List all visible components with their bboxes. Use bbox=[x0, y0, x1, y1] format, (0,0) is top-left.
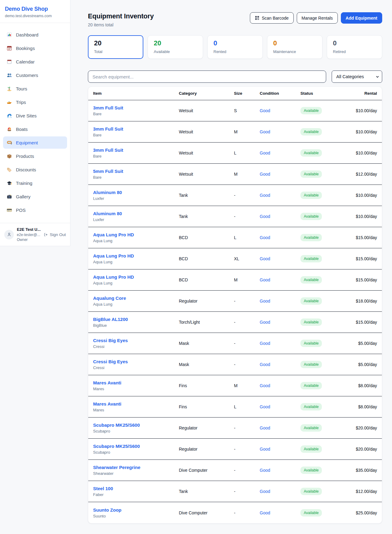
sidebar-item-customers[interactable]: Customers bbox=[3, 69, 67, 81]
item-category: Mask bbox=[179, 341, 234, 346]
item-condition-link[interactable]: Good bbox=[260, 362, 300, 367]
item-name-link[interactable]: 5mm Full Suit bbox=[93, 169, 179, 174]
stat-card-total[interactable]: 20 Total bbox=[88, 35, 143, 59]
add-equipment-button[interactable]: Add Equipment bbox=[341, 12, 382, 24]
sidebar-item-calendar[interactable]: Calendar bbox=[3, 55, 67, 68]
stat-value: 20 bbox=[154, 40, 197, 47]
brand-name[interactable]: Demo Dive Shop bbox=[5, 6, 65, 12]
item-category: Regulator bbox=[179, 299, 234, 303]
sidebar-item-boats[interactable]: Boats bbox=[3, 123, 67, 135]
item-condition-link[interactable]: Good bbox=[260, 299, 300, 303]
stat-card-retired[interactable]: 0 Retired bbox=[327, 35, 382, 59]
item-condition-link[interactable]: Good bbox=[260, 172, 300, 177]
item-brand: Bare bbox=[93, 154, 179, 158]
item-condition-link[interactable]: Good bbox=[260, 235, 300, 240]
item-name-link[interactable]: Scubapro MK25/S600 bbox=[93, 444, 179, 449]
item-size: - bbox=[234, 447, 260, 452]
item-size: M bbox=[234, 383, 260, 388]
status-badge: Available bbox=[300, 403, 322, 410]
search-input[interactable] bbox=[88, 71, 326, 83]
item-name-link[interactable]: Aluminum 80 bbox=[93, 211, 179, 216]
item-condition-link[interactable]: Good bbox=[260, 341, 300, 346]
equipment-table: Item Category Size Condition Status Rent… bbox=[88, 86, 382, 524]
sidebar-item-pos[interactable]: POS bbox=[3, 204, 67, 216]
item-size: S bbox=[234, 108, 260, 113]
item-brand: Aqua Lung bbox=[93, 281, 179, 285]
table-row: Aluminum 80 Luxfer Tank - Good Available… bbox=[88, 206, 382, 227]
item-name-link[interactable]: BigBlue AL1200 bbox=[93, 317, 179, 322]
sign-out-button[interactable]: Sign Out bbox=[43, 232, 66, 237]
item-rental: $8.00/day bbox=[349, 383, 377, 388]
item-brand: Shearwater bbox=[93, 471, 179, 476]
item-condition-link[interactable]: Good bbox=[260, 425, 300, 430]
item-name-link[interactable]: Scubapro MK25/S600 bbox=[93, 422, 179, 428]
item-category: Dive Computer bbox=[179, 468, 234, 473]
sidebar-item-tours[interactable]: Tours bbox=[3, 82, 67, 95]
item-name-link[interactable]: Cressi Big Eyes bbox=[93, 338, 179, 343]
item-rental: $10.00/day bbox=[349, 108, 377, 113]
sidebar-item-products[interactable]: Products bbox=[3, 150, 67, 162]
item-name-link[interactable]: 3mm Full Suit bbox=[93, 105, 179, 110]
category-select[interactable]: All Categories bbox=[332, 71, 382, 83]
item-brand: Luxfer bbox=[93, 217, 179, 222]
item-name-link[interactable]: Aluminum 80 bbox=[93, 190, 179, 195]
status-badge: Available bbox=[300, 297, 322, 305]
sidebar-item-bookings[interactable]: 17 Bookings bbox=[3, 42, 67, 54]
page-title: Equipment Inventory bbox=[88, 12, 154, 20]
item-name-link[interactable]: Aqua Lung Pro HD bbox=[93, 274, 179, 280]
table-row: Scubapro MK25/S600 Scubapro Regulator - … bbox=[88, 418, 382, 439]
item-name-link[interactable]: Steel 100 bbox=[93, 486, 179, 491]
item-name-link[interactable]: Aqualung Core bbox=[93, 296, 179, 301]
item-rental: $12.00/day bbox=[349, 489, 377, 494]
col-header-item: Item bbox=[93, 91, 179, 96]
table-header-row: Item Category Size Condition Status Rent… bbox=[88, 87, 382, 100]
table-row: Aqualung Core Aqua Lung Regulator - Good… bbox=[88, 291, 382, 312]
item-name-link[interactable]: Mares Avanti bbox=[93, 401, 179, 406]
stat-card-rented[interactable]: 0 Rented bbox=[207, 35, 263, 59]
item-condition-link[interactable]: Good bbox=[260, 383, 300, 388]
sidebar-item-dive-sites[interactable]: Dive Sites bbox=[3, 109, 67, 122]
item-name-link[interactable]: Suunto Zoop bbox=[93, 507, 179, 513]
item-condition-link[interactable]: Good bbox=[260, 151, 300, 155]
item-brand: Bare bbox=[93, 112, 179, 116]
sidebar-item-equipment[interactable]: Equipment bbox=[3, 136, 67, 149]
item-name-link[interactable]: Aqua Lung Pro HD bbox=[93, 253, 179, 258]
stat-value: 0 bbox=[333, 40, 376, 47]
manage-rentals-button[interactable]: Manage Rentals bbox=[297, 12, 338, 24]
item-condition-link[interactable]: Good bbox=[260, 320, 300, 325]
stat-card-available[interactable]: 20 Available bbox=[148, 35, 203, 59]
item-condition-link[interactable]: Good bbox=[260, 404, 300, 409]
item-name-link[interactable]: 3mm Full Suit bbox=[93, 126, 179, 132]
item-size: M bbox=[234, 129, 260, 134]
item-brand: Bare bbox=[93, 133, 179, 137]
item-name-link[interactable]: 3mm Full Suit bbox=[93, 147, 179, 153]
sidebar-item-discounts[interactable]: Discounts bbox=[3, 163, 67, 176]
table-row: 3mm Full Suit Bare Wetsuit M Good Availa… bbox=[88, 121, 382, 143]
item-name-link[interactable]: Cressi Big Eyes bbox=[93, 359, 179, 364]
sidebar: Demo Dive Shop demo.test.divestreams.com… bbox=[0, 0, 70, 246]
stat-card-maintenance[interactable]: 0 Maintenance bbox=[267, 35, 322, 59]
item-rental: $25.00/day bbox=[349, 510, 377, 515]
table-row: Mares Avanti Mares Fins L Good Available… bbox=[88, 396, 382, 418]
item-condition-link[interactable]: Good bbox=[260, 193, 300, 198]
item-size: - bbox=[234, 299, 260, 303]
sidebar-item-dashboard[interactable]: Dashboard bbox=[3, 29, 67, 41]
item-name-link[interactable]: Mares Avanti bbox=[93, 380, 179, 385]
item-condition-link[interactable]: Good bbox=[260, 468, 300, 473]
item-condition-link[interactable]: Good bbox=[260, 256, 300, 261]
item-condition-link[interactable]: Good bbox=[260, 277, 300, 282]
item-brand: Aqua Lung bbox=[93, 238, 179, 243]
item-condition-link[interactable]: Good bbox=[260, 510, 300, 515]
item-name-link[interactable]: Shearwater Peregrine bbox=[93, 465, 179, 470]
sidebar-item-gallery[interactable]: Gallery bbox=[3, 190, 67, 203]
item-condition-link[interactable]: Good bbox=[260, 129, 300, 134]
user-role: Owner bbox=[17, 238, 40, 242]
item-condition-link[interactable]: Good bbox=[260, 489, 300, 494]
item-name-link[interactable]: Aqua Lung Pro HD bbox=[93, 232, 179, 237]
sidebar-item-training[interactable]: Training bbox=[3, 177, 67, 189]
item-condition-link[interactable]: Good bbox=[260, 108, 300, 113]
item-condition-link[interactable]: Good bbox=[260, 447, 300, 452]
sidebar-item-trips[interactable]: Trips bbox=[3, 96, 67, 108]
item-condition-link[interactable]: Good bbox=[260, 214, 300, 219]
scan-barcode-button[interactable]: Scan Barcode bbox=[250, 12, 294, 24]
